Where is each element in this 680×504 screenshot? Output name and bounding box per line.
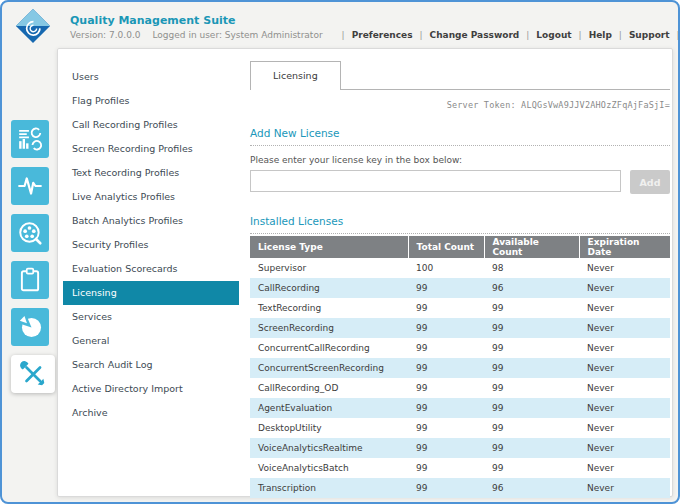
column-header-license-type: License Type — [250, 236, 408, 258]
dashboard-reports-icon[interactable] — [11, 120, 49, 158]
nav-item-call-recording-profiles[interactable]: Call Recording Profiles — [63, 113, 239, 137]
table-cell: 99 — [484, 338, 579, 358]
app-window: Quality Management Suite Version: 7.0.0.… — [0, 0, 680, 504]
table-cell: Never — [579, 438, 670, 458]
nav-menu: UsersFlag ProfilesCall Recording Profile… — [63, 65, 239, 425]
nav-item-screen-recording-profiles[interactable]: Screen Recording Profiles — [63, 137, 239, 161]
nav-item-batch-analytics-profiles[interactable]: Batch Analytics Profiles — [63, 209, 239, 233]
nav-item-licensing[interactable]: Licensing — [63, 281, 239, 305]
server-token-value: ALQGsVwA9JJV2AHOzZFqAjFaSjI= — [521, 100, 670, 110]
link-divider: | — [579, 30, 582, 40]
table-cell: 99 — [408, 378, 484, 398]
link-divider: | — [677, 30, 680, 40]
table-row-textrecording[interactable]: TextRecording9999Never — [250, 298, 670, 318]
film-reel-icon[interactable] — [11, 214, 49, 252]
nav-item-search-audit-log[interactable]: Search Audit Log — [63, 353, 239, 377]
table-cell: VoiceAnalyticsRealtime — [250, 438, 408, 458]
pie-chart-icon[interactable] — [11, 308, 49, 346]
table-cell: 99 — [408, 318, 484, 338]
table-row-desktoputility[interactable]: DesktopUtility9999Never — [250, 418, 670, 438]
table-cell: 99 — [484, 418, 579, 438]
table-cell: ConcurrentScreenRecording — [250, 358, 408, 378]
table-cell: 99 — [408, 478, 484, 498]
add-license-button[interactable]: Add — [630, 170, 670, 194]
table-cell: 99 — [408, 438, 484, 458]
table-cell: 99 — [484, 298, 579, 318]
table-row-supervisor[interactable]: Supervisor10098Never — [250, 258, 670, 278]
table-cell: Never — [579, 378, 670, 398]
table-header-row: License TypeTotal CountAvailable CountEx… — [250, 236, 670, 258]
license-key-instruction: Please enter your license key in the box… — [250, 155, 670, 165]
table-row-callrecording-od[interactable]: CallRecording_OD9999Never — [250, 378, 670, 398]
header-link-help[interactable]: Help — [589, 30, 612, 40]
table-row-concurrentscreenrecording[interactable]: ConcurrentScreenRecording9999Never — [250, 358, 670, 378]
nav-item-flag-profiles[interactable]: Flag Profiles — [63, 89, 239, 113]
table-cell: 99 — [484, 378, 579, 398]
table-row-voiceanalyticsrealtime[interactable]: VoiceAnalyticsRealtime9999Never — [250, 438, 670, 458]
table-cell: Never — [579, 358, 670, 378]
table-cell: 96 — [484, 478, 579, 498]
table-row-agentevaluation[interactable]: AgentEvaluation9999Never — [250, 398, 670, 418]
nav-item-evaluation-scorecards[interactable]: Evaluation Scorecards — [63, 257, 239, 281]
table-cell: Never — [579, 318, 670, 338]
link-divider: | — [526, 30, 529, 40]
license-key-input[interactable] — [250, 170, 621, 192]
table-cell: Never — [579, 418, 670, 438]
table-row-screenrecording[interactable]: ScreenRecording9999Never — [250, 318, 670, 338]
table-cell: 96 — [484, 278, 579, 298]
table-cell: 99 — [484, 438, 579, 458]
nav-item-text-recording-profiles[interactable]: Text Recording Profiles — [63, 161, 239, 185]
table-row-voiceanalyticsbatch[interactable]: VoiceAnalyticsBatch9999Never — [250, 458, 670, 478]
table-row-concurrentcallrecording[interactable]: ConcurrentCallRecording9999Never — [250, 338, 670, 358]
app-title: Quality Management Suite — [70, 14, 235, 27]
version-label: Version: 7.0.0.0 — [70, 30, 140, 40]
header-link-change-password[interactable]: Change Password — [430, 30, 520, 40]
installed-licenses-heading: Installed Licenses — [250, 215, 670, 234]
link-divider: | — [342, 30, 345, 40]
table-cell: VoiceAnalyticsBatch — [250, 458, 408, 478]
table-cell: Never — [579, 458, 670, 478]
table-body: Supervisor10098NeverCallRecording9996Nev… — [250, 258, 670, 498]
nav-item-security-profiles[interactable]: Security Profiles — [63, 233, 239, 257]
table-cell: CallRecording — [250, 278, 408, 298]
table-row-transcription[interactable]: Transcription9996Never — [250, 478, 670, 498]
table-cell: 99 — [408, 358, 484, 378]
nav-item-active-directory-import[interactable]: Active Directory Import — [63, 377, 239, 401]
header-link-preferences[interactable]: Preferences — [352, 30, 413, 40]
table-cell: DesktopUtility — [250, 418, 408, 438]
header-link-support[interactable]: Support — [629, 30, 670, 40]
table-cell: 100 — [408, 258, 484, 278]
company-logo-icon — [14, 7, 52, 45]
header-meta: Version: 7.0.0.0 Logged in user: System … — [70, 30, 680, 40]
link-divider: | — [619, 30, 622, 40]
nav-item-live-analytics-profiles[interactable]: Live Analytics Profiles — [63, 185, 239, 209]
table-cell: Never — [579, 298, 670, 318]
server-token-label: Server Token: — [447, 100, 516, 110]
table-cell: 99 — [408, 298, 484, 318]
tab-licensing[interactable]: Licensing — [250, 61, 341, 90]
table-row-callrecording[interactable]: CallRecording9996Never — [250, 278, 670, 298]
table-cell: ScreenRecording — [250, 318, 408, 338]
pulse-icon[interactable] — [11, 167, 49, 205]
tools-icon[interactable] — [11, 355, 55, 393]
table-cell: AgentEvaluation — [250, 398, 408, 418]
nav-item-archive[interactable]: Archive — [63, 401, 239, 425]
header-link-logout[interactable]: Logout — [536, 30, 571, 40]
tab-strip: Licensing — [250, 61, 670, 90]
nav-item-users[interactable]: Users — [63, 65, 239, 89]
server-token: Server Token: ALQGsVwA9JJV2AHOzZFqAjFaSj… — [250, 100, 670, 110]
nav-item-general[interactable]: General — [63, 329, 239, 353]
table-cell: Supervisor — [250, 258, 408, 278]
add-new-license-heading: Add New License — [250, 127, 670, 146]
table-cell: 99 — [408, 418, 484, 438]
table-cell: Never — [579, 398, 670, 418]
nav-item-services[interactable]: Services — [63, 305, 239, 329]
clipboard-icon[interactable] — [11, 261, 49, 299]
column-header-expiration-date: Expiration Date — [579, 236, 670, 258]
main-panel: UsersFlag ProfilesCall Recording Profile… — [57, 48, 673, 497]
license-entry-row: Add — [250, 170, 670, 194]
table-cell: TextRecording — [250, 298, 408, 318]
table-cell: Never — [579, 338, 670, 358]
table-cell: 99 — [408, 458, 484, 478]
table-cell: CallRecording_OD — [250, 378, 408, 398]
